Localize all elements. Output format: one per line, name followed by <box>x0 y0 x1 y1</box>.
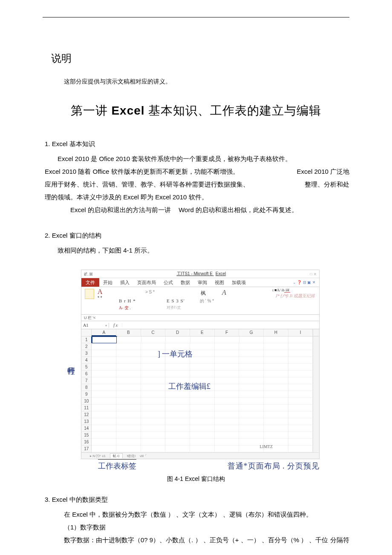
cell[interactable] <box>190 343 215 350</box>
cell[interactable] <box>116 391 141 398</box>
cell[interactable] <box>165 398 190 405</box>
cell[interactable] <box>141 384 166 391</box>
cell[interactable] <box>165 418 190 425</box>
col-header-H[interactable]: H <box>264 329 288 336</box>
cell[interactable] <box>116 377 141 384</box>
cell[interactable] <box>264 336 288 343</box>
col-header-E[interactable]: E <box>190 329 215 336</box>
cell[interactable] <box>215 377 239 384</box>
cell[interactable] <box>215 446 239 452</box>
cell[interactable] <box>92 425 116 432</box>
ribbon-right-top[interactable]: t ■A/ ib iH <box>272 288 289 292</box>
cell[interactable] <box>264 391 288 398</box>
row-header[interactable]: 4 <box>81 357 92 364</box>
cell[interactable] <box>264 432 288 439</box>
cell[interactable] <box>239 371 264 377</box>
cell[interactable] <box>264 350 288 357</box>
row-header[interactable]: 7 <box>81 377 92 384</box>
cell[interactable] <box>116 371 141 377</box>
cell[interactable] <box>92 446 116 452</box>
cell[interactable] <box>288 336 313 343</box>
cell[interactable] <box>165 391 190 398</box>
cell[interactable] <box>165 439 190 446</box>
ribbon-A-italic[interactable]: A <box>222 289 226 296</box>
cell[interactable] <box>215 357 239 364</box>
cell[interactable] <box>92 357 116 364</box>
ribbon-right-red[interactable]: J* f户fl Ji 或题互纪排 <box>276 293 315 299</box>
cell[interactable] <box>165 446 190 452</box>
cell[interactable] <box>264 398 288 405</box>
ribbon-aBian[interactable]: A- 变 . <box>119 305 131 311</box>
cell[interactable] <box>288 384 313 391</box>
cell[interactable] <box>264 377 288 384</box>
cell[interactable] <box>116 418 141 425</box>
cell[interactable] <box>116 384 141 391</box>
cell[interactable] <box>215 411 239 418</box>
cell[interactable] <box>165 371 190 377</box>
cell[interactable] <box>264 418 288 425</box>
cell[interactable] <box>239 364 264 371</box>
cell[interactable] <box>190 398 215 405</box>
cell[interactable] <box>116 411 141 418</box>
cell[interactable] <box>215 343 239 350</box>
cell[interactable] <box>116 350 141 357</box>
cell[interactable] <box>92 439 116 446</box>
cell[interactable] <box>288 411 313 418</box>
tab-addin[interactable]: 加载项 <box>228 278 250 287</box>
cell[interactable] <box>190 357 215 364</box>
cell[interactable] <box>165 411 190 418</box>
fx-label[interactable]: f x <box>109 323 122 328</box>
sheet-tab-2[interactable]: t收佐i <box>127 454 135 458</box>
cell[interactable] <box>92 377 116 384</box>
cell[interactable] <box>288 446 313 452</box>
cell[interactable] <box>239 357 264 364</box>
cell[interactable] <box>190 371 215 377</box>
cell[interactable] <box>92 350 116 357</box>
cell[interactable] <box>190 350 215 357</box>
row-header[interactable]: 9 <box>81 391 92 398</box>
cell[interactable] <box>165 432 190 439</box>
cell[interactable] <box>215 364 239 371</box>
cell[interactable] <box>117 336 141 343</box>
row-header[interactable]: 14 <box>81 425 92 432</box>
cell[interactable] <box>215 418 239 425</box>
cell[interactable] <box>288 418 313 425</box>
cell[interactable] <box>141 336 166 343</box>
cell[interactable] <box>141 439 166 446</box>
cell[interactable] <box>288 398 313 405</box>
cell[interactable] <box>288 357 313 364</box>
cell[interactable] <box>190 364 215 371</box>
cell[interactable] <box>116 425 141 432</box>
cell[interactable] <box>141 405 166 411</box>
cell[interactable] <box>288 439 313 446</box>
cell[interactable] <box>92 364 116 371</box>
cell[interactable] <box>239 418 264 425</box>
row-header[interactable]: 2 <box>81 343 92 350</box>
cell[interactable] <box>264 364 288 371</box>
cell[interactable] <box>288 350 313 357</box>
tab-start[interactable]: 开始 <box>99 278 116 287</box>
cell[interactable] <box>215 391 239 398</box>
cell[interactable] <box>215 398 239 405</box>
tab-data[interactable]: 数据 <box>177 278 194 287</box>
cell[interactable] <box>92 418 116 425</box>
cell[interactable] <box>92 384 116 391</box>
row-header[interactable]: 3 <box>81 350 92 357</box>
cell[interactable] <box>190 405 215 411</box>
cell[interactable] <box>215 350 239 357</box>
cell[interactable] <box>116 364 141 371</box>
cell[interactable] <box>141 398 166 405</box>
tab-insert[interactable]: 插入 <box>116 278 133 287</box>
cell[interactable] <box>116 398 141 405</box>
row-header[interactable]: 12 <box>81 411 92 418</box>
cell[interactable] <box>215 439 239 446</box>
cell[interactable] <box>288 425 313 432</box>
cell[interactable] <box>92 391 116 398</box>
cell[interactable] <box>92 336 117 343</box>
window-control-icons[interactable]: ⌄ ❓ ⊟ ▣ ✕ <box>289 278 319 287</box>
cell[interactable] <box>190 446 215 452</box>
cell[interactable] <box>92 371 116 377</box>
cell[interactable] <box>239 411 264 418</box>
cell[interactable] <box>288 377 313 384</box>
cell[interactable] <box>165 405 190 411</box>
